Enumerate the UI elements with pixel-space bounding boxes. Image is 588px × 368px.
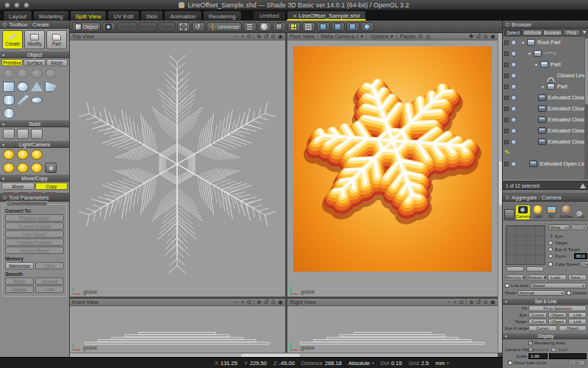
cube-speed-dropdown[interactable]: Fa▾ (581, 261, 588, 267)
render-flag-icon[interactable] (504, 52, 509, 56)
section-solid[interactable]: ▾ Solid (0, 120, 69, 127)
link-axis-dropdown[interactable]: Global▾ (530, 283, 587, 289)
distant-checkbox[interactable] (567, 291, 571, 295)
scrollbar-thumb[interactable] (585, 38, 588, 105)
scale-field-2[interactable] (549, 353, 587, 359)
tree-item-marker[interactable]: ✎ (503, 147, 588, 158)
tree-item-extruded-open-line[interactable]: Extruded Open Line (503, 158, 588, 169)
screen-icon-button[interactable] (331, 22, 345, 32)
camera-preview-grid[interactable] (506, 225, 545, 265)
toolbox-header[interactable]: Toolbox : Create (0, 21, 69, 29)
zoom-out-icon[interactable]: − (235, 300, 239, 305)
workspace-tab-animation[interactable]: Animation (164, 10, 202, 21)
tree-item-part[interactable]: ▾Part (503, 59, 588, 70)
sphere-icon-button[interactable] (258, 22, 271, 32)
point-light-icon[interactable] (3, 163, 15, 173)
clear-button[interactable]: Clear (35, 262, 64, 269)
horizontal-splitter[interactable] (70, 297, 498, 299)
browser-tab-select[interactable]: Select (504, 29, 522, 36)
browser-tab-boolean[interactable]: Boolean (543, 29, 562, 36)
wedge-icon[interactable] (45, 82, 57, 92)
solid-cut-icon[interactable] (17, 129, 29, 139)
zoom-lens-icon[interactable]: ⊙ (246, 300, 251, 305)
aggregate-header[interactable]: Aggregate : Camera (503, 194, 588, 202)
eye-radio[interactable] (548, 234, 553, 238)
screen-icon-button[interactable] (346, 22, 359, 32)
render-flag-icon[interactable] (504, 74, 509, 78)
render-flag-icon[interactable] (504, 40, 509, 45)
aggregate-tab-info[interactable]: Info (575, 205, 587, 219)
workspace-tab-layout[interactable]: Layout (3, 10, 32, 21)
object-tab-mesh[interactable]: Mesh (46, 59, 68, 66)
tree-item-extruded-closed[interactable]: Extruded Closed (503, 125, 588, 136)
navigator-icon-button[interactable] (361, 22, 374, 32)
aggregate-tab-light[interactable]: Light (531, 205, 544, 219)
zoom-in-icon[interactable]: + (453, 300, 457, 305)
fit-view-icon[interactable]: ◉ (278, 34, 283, 40)
object-button[interactable]: Object (72, 22, 101, 32)
target-radio[interactable] (548, 241, 553, 245)
ellipse-icon[interactable] (29, 96, 43, 105)
solid-intersect-icon[interactable] (31, 129, 43, 139)
tree-item-extruded-closed[interactable]: Extruded Closed (503, 92, 588, 103)
zoom-in-icon[interactable]: + (241, 300, 245, 305)
tree-item-extruded-closed[interactable]: Extruded Closed (503, 136, 588, 147)
tree-item-extruded-closed[interactable]: Extruded Closed (503, 114, 588, 125)
workspace-tab-rendering[interactable]: Rendering (203, 10, 242, 21)
close-tab-icon[interactable]: × (293, 13, 297, 19)
eye-target-object-button[interactable]: Object (559, 325, 587, 331)
universal-button[interactable]: Universal (207, 22, 242, 32)
visibility-ball-icon[interactable] (511, 73, 517, 79)
scale-field[interactable]: 1.00 (528, 353, 548, 359)
smooth-label[interactable]: Smooth (5, 272, 64, 277)
options-dropdown[interactable]: Options ▾ (370, 33, 393, 40)
render-flag-icon[interactable] (504, 140, 509, 144)
zoom-radio[interactable] (548, 254, 553, 258)
capsule-icon[interactable] (3, 108, 15, 118)
visibility-ball-icon[interactable] (511, 84, 517, 90)
visibility-ball-icon[interactable] (511, 106, 517, 112)
safe-zone-checkbox[interactable] (508, 361, 512, 365)
fit-view-icon[interactable]: ◉ (278, 300, 283, 305)
grid-icon-button[interactable] (302, 22, 315, 32)
snap-icon-button[interactable] (273, 22, 286, 32)
section-move-copy[interactable]: ▾ Move/Copy (0, 174, 69, 182)
ghost-disc-icon[interactable] (3, 68, 15, 79)
cylinder-icon[interactable] (3, 95, 15, 105)
ghost-arc-icon[interactable] (31, 68, 43, 79)
visibility-ball-icon[interactable] (511, 139, 517, 145)
front-viewport[interactable]: Front View − + ⊙ ⊕ ↺ ⊙ ◉ global (70, 299, 285, 353)
area-light-icon[interactable] (31, 163, 43, 173)
perspective-viewport[interactable]: Pers View Meta Camera 1 ▾ Options ▾ Paus… (287, 33, 498, 297)
tree-item-part[interactable]: ▾Part (503, 81, 588, 92)
document-tab-lineoffset-sample-shd[interactable]: ×LineOffset_Sample.shd (287, 10, 367, 21)
volume-checkbox[interactable] (528, 347, 533, 352)
target-cursor-button[interactable]: Cursor (528, 319, 547, 325)
save-button[interactable]: Save... (568, 275, 587, 280)
panel-collapse-icon[interactable] (506, 196, 509, 199)
link-axis-checkbox[interactable] (505, 283, 509, 288)
cone-icon[interactable] (31, 82, 43, 91)
rotate-view-icon[interactable]: ↺ (476, 300, 481, 305)
convert-curved-surface-button[interactable]: Curved Surface (5, 222, 64, 230)
document-tab-untitled[interactable]: Untitled (253, 10, 286, 21)
vertical-splitter[interactable] (285, 33, 287, 353)
visibility-ball-icon[interactable] (511, 117, 517, 123)
tree-item-extruded-closed[interactable]: Extruded Closed (503, 103, 588, 114)
smooth-sweep-button[interactable]: Sweep (5, 286, 34, 293)
visibility-ball-icon[interactable] (511, 51, 517, 57)
movecopy-tab-copy[interactable]: Copy (35, 183, 68, 190)
panel-collapse-icon[interactable] (3, 23, 7, 26)
section-light-camera[interactable]: ▾ Light/Camera (0, 141, 69, 148)
zoom-lens-icon[interactable]: ⊙ (246, 34, 251, 40)
fit-fit-to-selection-button[interactable]: Fit to Selection (528, 305, 587, 311)
browser-tab-attribute[interactable]: Attribute (523, 29, 542, 36)
load-button[interactable]: Load... (548, 275, 566, 280)
convert-polygon-mesh-button[interactable]: Polygon Mesh (5, 214, 64, 222)
solid-union-icon[interactable] (3, 129, 15, 139)
workspace-tab-skin[interactable]: Skin (140, 10, 164, 21)
workspace-tab-uv-edit[interactable]: UV Edit (107, 10, 139, 21)
convert-ignore-object-button[interactable]: Ignore Object (5, 247, 64, 254)
panel-collapse-icon[interactable] (506, 23, 509, 26)
pan-icon[interactable]: ⊕ (257, 34, 262, 40)
